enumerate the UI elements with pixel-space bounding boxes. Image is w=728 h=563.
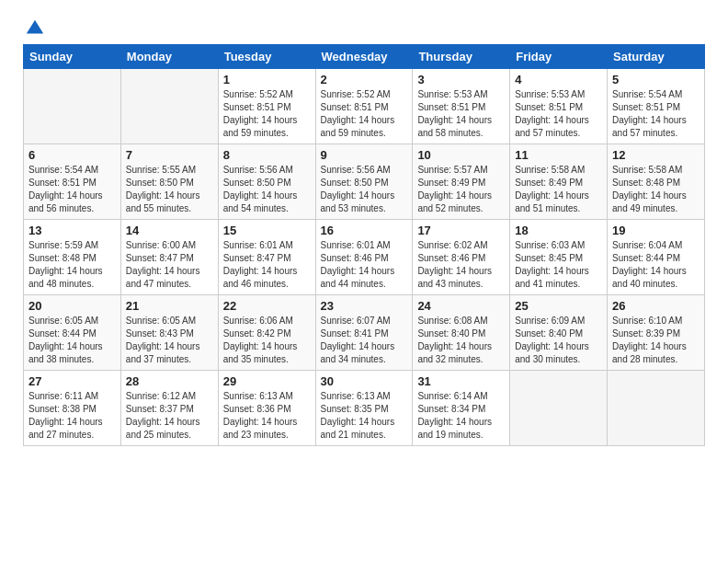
calendar-day-header: Tuesday [218, 45, 315, 69]
day-number: 2 [321, 73, 408, 86]
calendar-cell: 22Sunrise: 6:06 AM Sunset: 8:42 PM Dayli… [218, 295, 315, 371]
calendar-cell: 30Sunrise: 6:13 AM Sunset: 8:35 PM Dayli… [315, 371, 413, 446]
day-info: Sunrise: 6:03 AM Sunset: 8:45 PM Dayligh… [515, 239, 602, 291]
day-number: 21 [126, 299, 213, 313]
day-number: 10 [417, 148, 505, 162]
day-info: Sunrise: 5:55 AM Sunset: 8:50 PM Dayligh… [126, 164, 213, 215]
calendar-week-row: 13Sunrise: 5:59 AM Sunset: 8:48 PM Dayli… [24, 220, 705, 295]
day-number: 17 [417, 224, 505, 237]
calendar-week-row: 6Sunrise: 5:54 AM Sunset: 8:51 PM Daylig… [24, 144, 705, 220]
calendar-cell: 14Sunrise: 6:00 AM Sunset: 8:47 PM Dayli… [120, 220, 218, 295]
day-info: Sunrise: 5:58 AM Sunset: 8:49 PM Dayligh… [515, 164, 602, 215]
day-number: 5 [612, 73, 700, 86]
day-info: Sunrise: 6:11 AM Sunset: 8:38 PM Dayligh… [28, 390, 116, 442]
calendar-day-header: Friday [510, 45, 608, 69]
calendar-day-header: Saturday [608, 45, 705, 69]
day-number: 13 [28, 224, 116, 237]
day-number: 29 [223, 374, 311, 388]
day-info: Sunrise: 5:56 AM Sunset: 8:50 PM Dayligh… [321, 164, 408, 215]
calendar-cell: 3Sunrise: 5:53 AM Sunset: 8:51 PM Daylig… [413, 69, 510, 144]
calendar-day-header: Wednesday [315, 45, 413, 69]
day-number: 3 [417, 73, 505, 86]
day-number: 22 [223, 299, 311, 313]
calendar-cell: 11Sunrise: 5:58 AM Sunset: 8:49 PM Dayli… [510, 144, 608, 220]
day-info: Sunrise: 6:00 AM Sunset: 8:47 PM Dayligh… [126, 239, 213, 291]
calendar-cell: 21Sunrise: 6:05 AM Sunset: 8:43 PM Dayli… [120, 295, 218, 371]
calendar-week-row: 27Sunrise: 6:11 AM Sunset: 8:38 PM Dayli… [24, 371, 705, 446]
calendar-cell: 24Sunrise: 6:08 AM Sunset: 8:40 PM Dayli… [413, 295, 510, 371]
calendar-cell: 17Sunrise: 6:02 AM Sunset: 8:46 PM Dayli… [413, 220, 510, 295]
day-info: Sunrise: 6:07 AM Sunset: 8:41 PM Dayligh… [321, 315, 408, 366]
day-number: 19 [612, 224, 700, 237]
calendar-cell: 4Sunrise: 5:53 AM Sunset: 8:51 PM Daylig… [510, 69, 608, 144]
day-number: 8 [223, 148, 311, 162]
page-header [23, 18, 705, 35]
calendar-header-row: SundayMondayTuesdayWednesdayThursdayFrid… [24, 45, 705, 69]
day-info: Sunrise: 6:13 AM Sunset: 8:36 PM Dayligh… [223, 390, 311, 442]
day-info: Sunrise: 6:14 AM Sunset: 8:34 PM Dayligh… [417, 390, 505, 442]
day-info: Sunrise: 6:09 AM Sunset: 8:40 PM Dayligh… [515, 315, 602, 366]
day-info: Sunrise: 6:05 AM Sunset: 8:44 PM Dayligh… [28, 315, 116, 366]
calendar-cell: 16Sunrise: 6:01 AM Sunset: 8:46 PM Dayli… [315, 220, 413, 295]
day-number: 16 [321, 224, 408, 237]
calendar-cell: 5Sunrise: 5:54 AM Sunset: 8:51 PM Daylig… [608, 69, 705, 144]
calendar-cell: 29Sunrise: 6:13 AM Sunset: 8:36 PM Dayli… [218, 371, 315, 446]
day-number: 27 [28, 374, 116, 388]
calendar-cell: 18Sunrise: 6:03 AM Sunset: 8:45 PM Dayli… [510, 220, 608, 295]
calendar-cell: 27Sunrise: 6:11 AM Sunset: 8:38 PM Dayli… [24, 371, 121, 446]
day-info: Sunrise: 6:02 AM Sunset: 8:46 PM Dayligh… [417, 239, 505, 291]
calendar-cell [120, 69, 218, 144]
day-info: Sunrise: 6:08 AM Sunset: 8:40 PM Dayligh… [417, 315, 505, 366]
day-number: 6 [28, 148, 116, 162]
calendar-cell: 19Sunrise: 6:04 AM Sunset: 8:44 PM Dayli… [608, 220, 705, 295]
calendar-cell: 26Sunrise: 6:10 AM Sunset: 8:39 PM Dayli… [608, 295, 705, 371]
day-number: 25 [515, 299, 602, 313]
day-info: Sunrise: 6:01 AM Sunset: 8:47 PM Dayligh… [223, 239, 311, 291]
day-number: 1 [223, 73, 311, 86]
day-info: Sunrise: 5:59 AM Sunset: 8:48 PM Dayligh… [28, 239, 116, 291]
day-info: Sunrise: 6:13 AM Sunset: 8:35 PM Dayligh… [321, 390, 408, 442]
calendar-day-header: Sunday [24, 45, 121, 69]
day-info: Sunrise: 5:53 AM Sunset: 8:51 PM Dayligh… [417, 88, 505, 140]
calendar-cell: 2Sunrise: 5:52 AM Sunset: 8:51 PM Daylig… [315, 69, 413, 144]
day-number: 28 [126, 374, 213, 388]
day-info: Sunrise: 5:52 AM Sunset: 8:51 PM Dayligh… [321, 88, 408, 140]
calendar-week-row: 1Sunrise: 5:52 AM Sunset: 8:51 PM Daylig… [24, 69, 705, 144]
calendar-cell: 13Sunrise: 5:59 AM Sunset: 8:48 PM Dayli… [24, 220, 121, 295]
calendar-body: 1Sunrise: 5:52 AM Sunset: 8:51 PM Daylig… [24, 69, 705, 446]
day-number: 7 [126, 148, 213, 162]
calendar-cell: 15Sunrise: 6:01 AM Sunset: 8:47 PM Dayli… [218, 220, 315, 295]
day-number: 11 [515, 148, 602, 162]
calendar-table: SundayMondayTuesdayWednesdayThursdayFrid… [23, 44, 705, 446]
calendar-cell: 1Sunrise: 5:52 AM Sunset: 8:51 PM Daylig… [218, 69, 315, 144]
calendar-cell: 12Sunrise: 5:58 AM Sunset: 8:48 PM Dayli… [608, 144, 705, 220]
calendar-cell [24, 69, 121, 144]
calendar-cell [510, 371, 608, 446]
day-info: Sunrise: 6:12 AM Sunset: 8:37 PM Dayligh… [126, 390, 213, 442]
day-info: Sunrise: 5:54 AM Sunset: 8:51 PM Dayligh… [28, 164, 116, 215]
logo [23, 18, 45, 35]
day-number: 30 [321, 374, 408, 388]
day-number: 20 [28, 299, 116, 313]
day-info: Sunrise: 6:01 AM Sunset: 8:46 PM Dayligh… [321, 239, 408, 291]
day-number: 12 [612, 148, 700, 162]
day-info: Sunrise: 5:53 AM Sunset: 8:51 PM Dayligh… [515, 88, 602, 140]
day-info: Sunrise: 5:54 AM Sunset: 8:51 PM Dayligh… [612, 88, 700, 140]
calendar-cell: 25Sunrise: 6:09 AM Sunset: 8:40 PM Dayli… [510, 295, 608, 371]
calendar-cell: 31Sunrise: 6:14 AM Sunset: 8:34 PM Dayli… [413, 371, 510, 446]
calendar-cell: 7Sunrise: 5:55 AM Sunset: 8:50 PM Daylig… [120, 144, 218, 220]
day-info: Sunrise: 5:58 AM Sunset: 8:48 PM Dayligh… [612, 164, 700, 215]
day-info: Sunrise: 5:57 AM Sunset: 8:49 PM Dayligh… [417, 164, 505, 215]
day-info: Sunrise: 6:06 AM Sunset: 8:42 PM Dayligh… [223, 315, 311, 366]
calendar-cell: 10Sunrise: 5:57 AM Sunset: 8:49 PM Dayli… [413, 144, 510, 220]
day-info: Sunrise: 5:56 AM Sunset: 8:50 PM Dayligh… [223, 164, 311, 215]
calendar-cell: 23Sunrise: 6:07 AM Sunset: 8:41 PM Dayli… [315, 295, 413, 371]
calendar-cell [608, 371, 705, 446]
day-info: Sunrise: 6:10 AM Sunset: 8:39 PM Dayligh… [612, 315, 700, 366]
calendar-cell: 9Sunrise: 5:56 AM Sunset: 8:50 PM Daylig… [315, 144, 413, 220]
day-number: 23 [321, 299, 408, 313]
calendar-day-header: Thursday [413, 45, 510, 69]
calendar-day-header: Monday [120, 45, 218, 69]
svg-marker-0 [27, 20, 43, 34]
day-info: Sunrise: 6:04 AM Sunset: 8:44 PM Dayligh… [612, 239, 700, 291]
